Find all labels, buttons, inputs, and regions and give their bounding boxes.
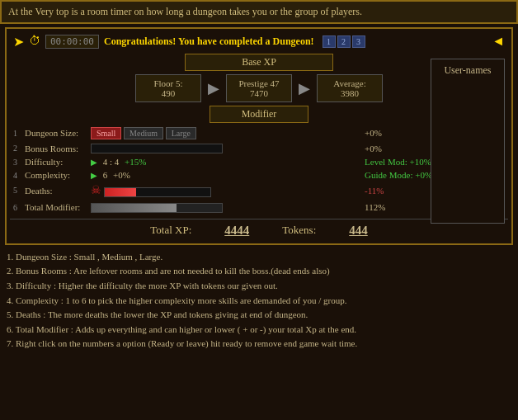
num-box-1[interactable]: 1 <box>323 35 336 48</box>
xp-arrow-2: ▶ <box>299 79 310 97</box>
total-modifier-label: Total Modifier: <box>21 199 87 215</box>
difficulty-label: Difficulty: <box>21 155 87 168</box>
xp-arrow-1: ▶ <box>208 79 219 97</box>
tokens-value: 444 <box>349 224 368 238</box>
difficulty-arrow: ▶ <box>91 158 97 167</box>
average-box: Average: 3980 <box>317 74 383 102</box>
desc-5: 5. Deaths : The more deaths the lower th… <box>7 308 511 323</box>
desc-7: 7. Right click on the numbers a option (… <box>7 337 511 352</box>
modifier-header: Modifier <box>210 106 308 123</box>
prestige-value: 7470 <box>237 88 281 98</box>
level-mod-percent: +10% <box>410 157 431 167</box>
row-num-1: 1 <box>10 125 21 141</box>
skull-icon: ☠ <box>91 184 101 196</box>
desc-6: 6. Total Modifier : Adds up everything a… <box>7 323 511 337</box>
row-num-6: 6 <box>10 199 21 215</box>
description-section: 1. Dungeon Size : Small , Medium , Large… <box>0 247 518 355</box>
prestige-label: Prestige 47 <box>237 78 281 88</box>
num-box-3[interactable]: 3 <box>352 35 365 48</box>
complexity-label: Complexity: <box>21 168 87 182</box>
size-medium-button[interactable]: Medium <box>124 127 163 139</box>
congrats-text: Congratulations! You have completed a Du… <box>104 35 314 48</box>
row-num-5: 5 <box>10 182 21 199</box>
row-num-2: 2 <box>10 141 21 155</box>
base-xp-header: Base XP <box>185 54 333 71</box>
guide-mode-percent: +0% <box>415 170 432 180</box>
desc-2: 2. Bonus Rooms : Are leftover rooms and … <box>7 264 511 279</box>
size-large-button[interactable]: Large <box>166 127 196 139</box>
prestige-box: Prestige 47 7470 <box>226 74 292 102</box>
floor-box: Floor 5: 490 <box>135 74 201 102</box>
num-box-2[interactable]: 2 <box>337 35 351 48</box>
usernames-label: User-names <box>444 64 491 77</box>
floor-value: 490 <box>146 88 191 98</box>
top-info-bar: At the Very top is a room timer on how l… <box>0 0 518 24</box>
deaths-bar <box>104 187 211 197</box>
floor-label: Floor 5: <box>146 78 191 88</box>
total-xp-label: Total XP: <box>150 224 191 237</box>
average-label: Average: <box>327 78 372 88</box>
level-mod-label: Level Mod: <box>365 157 407 167</box>
total-xp-value: 4444 <box>224 224 249 238</box>
difficulty-value: 4 : 4 <box>103 157 120 167</box>
left-arrow-icon: ➤ <box>13 34 24 50</box>
difficulty-percent: +15% <box>125 157 146 167</box>
desc-4: 4. Complexity : 1 to 6 to pick the highe… <box>7 294 511 309</box>
desc-1: 1. Dungeon Size : Small , Medium , Large… <box>7 250 511 265</box>
bonus-rooms-bar <box>91 144 223 153</box>
total-modifier-bar <box>91 203 223 213</box>
number-boxes[interactable]: 1 2 3 <box>323 35 365 48</box>
deaths-label: Deaths: <box>21 182 87 199</box>
main-dungeon-panel: ➤ ⏱ 00:00:00 Congratulations! You have c… <box>5 27 513 245</box>
hourglass-icon: ⏱ <box>29 35 40 48</box>
average-value: 3980 <box>327 88 372 98</box>
complexity-percent: +0% <box>113 170 130 180</box>
desc-3: 3. Difficulty : Higher the difficulty th… <box>7 279 511 294</box>
row-num-3: 3 <box>10 155 21 168</box>
guide-mode-label: Guide Mode: <box>365 170 412 180</box>
timer-row: ➤ ⏱ 00:00:00 Congratulations! You have c… <box>10 32 508 51</box>
complexity-value: 6 <box>103 170 108 180</box>
row-num-4: 4 <box>10 168 21 182</box>
tokens-label: Tokens: <box>282 224 316 237</box>
timer-display: 00:00:00 <box>45 35 99 49</box>
usernames-panel: User-names <box>431 59 505 224</box>
top-bar-text: At the Very top is a room timer on how l… <box>8 6 362 17</box>
complexity-arrow: ▶ <box>91 171 97 180</box>
size-small-button[interactable]: Small <box>91 127 121 139</box>
right-arrow-icon: ◄ <box>492 34 505 49</box>
dungeon-size-label: Dungeon Size: <box>21 125 87 141</box>
bonus-rooms-label: Bonus Rooms: <box>21 141 87 155</box>
